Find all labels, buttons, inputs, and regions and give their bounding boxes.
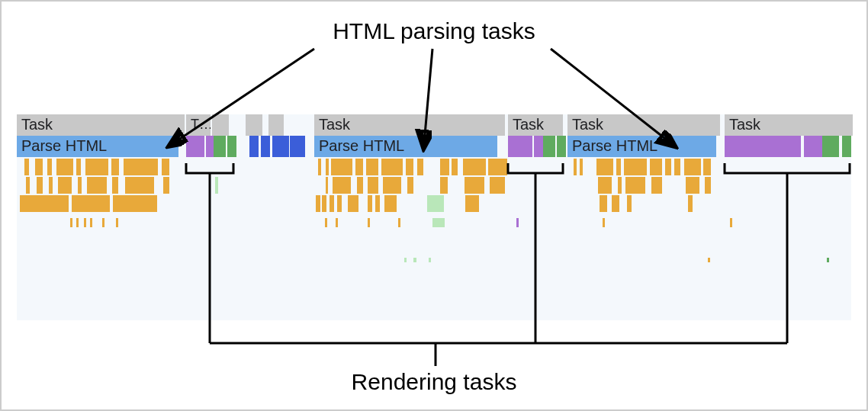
render-segment: [822, 136, 839, 157]
task-sliver: [253, 114, 262, 136]
render-segment: [725, 136, 801, 157]
render-segment: [227, 136, 236, 157]
parse-html-segment: Parse HTML: [567, 136, 716, 157]
render-segment: [186, 136, 204, 157]
render-segment: [508, 136, 532, 157]
label-bottom: Rendering tasks: [2, 369, 866, 395]
diagram-frame: HTML parsing tasks Task T… Task Task Tas…: [0, 0, 868, 411]
tiny-segment: [280, 136, 289, 157]
render-segment: [813, 136, 822, 157]
render-segment: [557, 136, 566, 157]
render-segment: [214, 136, 226, 157]
render-segment: [842, 136, 851, 157]
parse-html-segment: Parse HTML: [314, 136, 497, 157]
performance-trace: Task T… Task Task Task Task Parse HTML: [17, 114, 851, 320]
task-segment-trunc: T…: [186, 114, 211, 136]
sub-band-area: [17, 159, 851, 319]
render-segment: [804, 136, 813, 157]
parse-html-segment: Parse HTML: [17, 136, 178, 157]
main-row: Parse HTML Parse HTML Parse HTML: [17, 136, 851, 157]
task-segment: Task: [567, 114, 720, 136]
tiny-segment: [261, 136, 270, 157]
task-segment: Task: [17, 114, 185, 136]
task-row: Task T… Task Task Task Task: [17, 114, 851, 136]
tiny-segment: [249, 136, 259, 157]
render-segment: [534, 136, 543, 157]
tiny-segment: [296, 136, 305, 157]
task-segment: Task: [314, 114, 505, 136]
task-sliver: [220, 114, 229, 136]
task-segment: Task: [508, 114, 563, 136]
task-sliver: [275, 114, 284, 136]
label-top: HTML parsing tasks: [2, 18, 866, 44]
task-segment: Task: [725, 114, 853, 136]
render-segment: [543, 136, 555, 157]
